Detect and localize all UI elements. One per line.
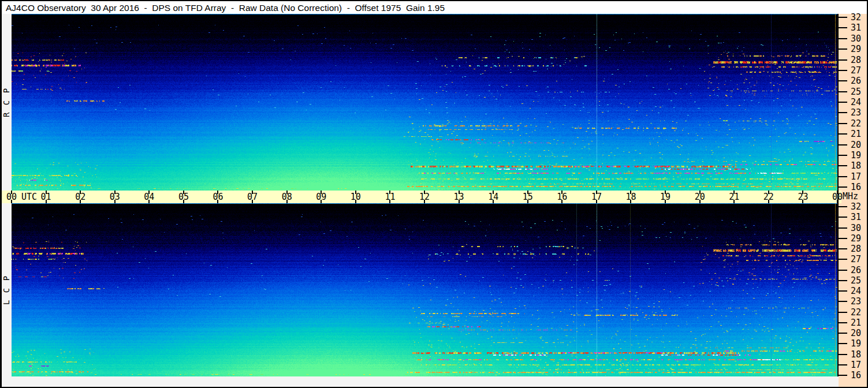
hour-label: 10 [351, 192, 361, 202]
freq-tick [839, 301, 847, 302]
time-axis-strip: UTC 000102030405060708091011121314151617… [2, 191, 841, 203]
hour-label: 23 [798, 192, 808, 202]
freq-tick [839, 354, 847, 355]
hour-label: 05 [178, 192, 189, 202]
freq-label: 21 [851, 318, 866, 327]
freq-label: 25 [851, 87, 866, 96]
freq-tick [839, 112, 847, 113]
freq-tick [839, 343, 847, 344]
freq-label: 18 [851, 350, 866, 359]
freq-tick [839, 155, 847, 156]
freq-tick [839, 364, 847, 365]
title-bar: AJ4CO Observatory 30 Apr 2016 - DPS on T… [2, 1, 867, 14]
freq-label: 32 [851, 13, 866, 22]
freq-label: 29 [851, 234, 866, 243]
freq-label: 22 [851, 308, 866, 317]
hour-label: 04 [144, 192, 154, 202]
freq-tick [839, 17, 847, 18]
freq-label: 28 [851, 244, 866, 253]
freq-label: 27 [851, 66, 866, 75]
spectrogram-lcp-heatmap [12, 203, 837, 376]
panel-right-border [837, 14, 839, 376]
freq-tick [839, 27, 847, 28]
freq-label: 18 [851, 161, 866, 170]
hour-label: 02 [75, 192, 85, 202]
hour-label: 22 [763, 192, 774, 202]
freq-tick [839, 91, 847, 92]
freq-tick [839, 165, 847, 166]
freq-tick [839, 322, 847, 323]
spectrogram-rcp-heatmap [12, 14, 837, 191]
freq-tick [839, 186, 847, 188]
freq-tick [839, 176, 847, 177]
freq-label: 19 [851, 151, 866, 160]
freq-tick [839, 80, 847, 81]
freq-label: 26 [851, 76, 866, 85]
rcp-polarization-label: R C P [2, 87, 11, 117]
hour-label: 15 [523, 192, 533, 202]
lcp-axis-label-box: L C P [1, 203, 12, 376]
freq-tick [839, 38, 847, 39]
hour-label: 00 [6, 192, 17, 202]
freq-label: 21 [851, 129, 866, 139]
lcp-polarization-label: L C P [2, 275, 11, 305]
hour-label: 13 [454, 192, 464, 202]
hour-label: 21 [729, 192, 739, 202]
hour-label: 18 [625, 192, 636, 202]
hour-label: 06 [213, 192, 223, 202]
freq-label: 31 [851, 23, 866, 32]
hour-label: 03 [110, 192, 120, 202]
page-title: AJ4CO Observatory 30 Apr 2016 - DPS on T… [6, 1, 445, 14]
freq-tick [839, 70, 847, 71]
freq-label: 23 [851, 297, 866, 306]
freq-label: 26 [851, 266, 866, 275]
hour-label: 17 [591, 192, 602, 202]
freq-label: 17 [851, 172, 866, 181]
freq-tick [839, 312, 847, 313]
freq-tick [839, 217, 847, 218]
freq-tick [839, 227, 847, 229]
freq-tick [839, 144, 847, 146]
rcp-axis-label-box: R C P [1, 14, 12, 191]
app-window: AJ4CO Observatory 30 Apr 2016 - DPS on T… [0, 0, 868, 388]
freq-tick [839, 238, 847, 239]
freq-label: 27 [851, 255, 866, 264]
hour-label: 19 [660, 192, 670, 202]
freq-label: 20 [851, 329, 866, 338]
freq-tick [839, 375, 847, 376]
freq-label: 24 [851, 286, 866, 296]
freq-tick [839, 206, 847, 207]
freq-tick [839, 270, 847, 271]
hour-label: 11 [385, 192, 395, 202]
hour-label: 12 [419, 192, 430, 202]
freq-label: 19 [851, 339, 866, 348]
freq-tick [839, 48, 847, 50]
freq-label: 25 [851, 276, 866, 285]
freq-label: 24 [851, 98, 866, 107]
freq-tick [839, 333, 847, 334]
freq-label: 22 [851, 119, 866, 128]
hour-label: 16 [557, 192, 567, 202]
freq-label: 32 [851, 202, 866, 211]
hour-label: 20 [695, 192, 705, 202]
hour-label: 09 [316, 192, 326, 202]
freq-tick [839, 59, 847, 61]
freq-label: 16 [851, 371, 866, 380]
freq-label: 31 [851, 212, 866, 222]
freq-label: 30 [851, 223, 866, 233]
freq-tick [839, 280, 847, 281]
freq-label: 28 [851, 55, 866, 65]
freq-tick [839, 133, 847, 135]
freq-tick [839, 102, 847, 103]
freq-tick [839, 259, 847, 260]
freq-label: 23 [851, 108, 866, 117]
freq-label: 17 [851, 360, 866, 370]
hour-label: 08 [282, 192, 292, 202]
freq-tick [839, 248, 847, 249]
freq-tick [839, 123, 847, 124]
hour-label: 07 [247, 192, 258, 202]
utc-unit-label: UTC [21, 192, 37, 202]
freq-label: 30 [851, 34, 866, 43]
hour-label: 14 [488, 192, 498, 202]
freq-label: 29 [851, 44, 866, 54]
